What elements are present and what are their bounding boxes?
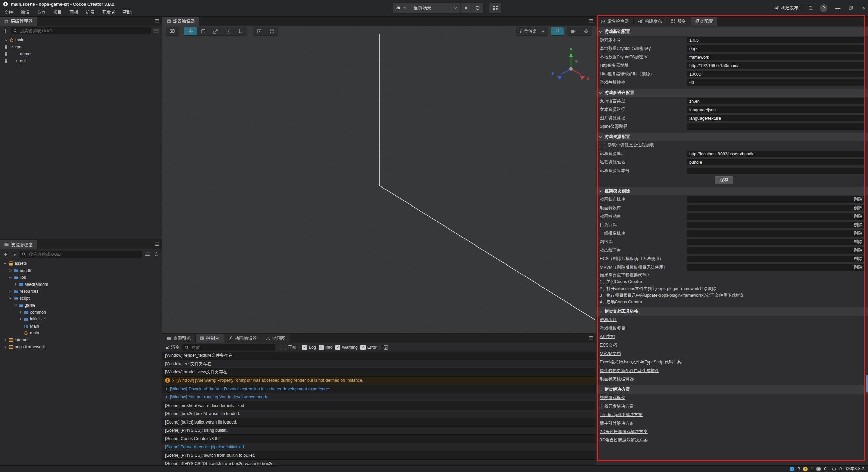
console-message-1[interactable]: [Window] ecs文件夹存在 [162, 360, 596, 369]
console-menu-icon[interactable] [589, 336, 593, 340]
chevron-right-icon[interactable] [9, 269, 12, 272]
section-header-5[interactable]: 框架解决方案 [596, 385, 868, 394]
asset-node-internal[interactable]: internal [0, 337, 162, 344]
warning-count-icon[interactable]: ! [803, 467, 808, 471]
chevron-down-icon[interactable] [9, 276, 12, 279]
doc-link-5-0[interactable]: 战棋游戏框架 [600, 395, 625, 401]
refresh-icon[interactable] [153, 251, 160, 258]
help-button[interactable]: ? [820, 4, 827, 12]
chevron-down-icon[interactable] [14, 304, 17, 307]
menu-5[interactable]: 扩展 [82, 9, 98, 15]
tab-console-动画图[interactable]: 动画图 [261, 334, 290, 343]
maximize-button[interactable] [849, 5, 853, 11]
scene-select-dropdown[interactable]: 当前场景 [410, 3, 461, 13]
asset-node-seedrandom[interactable]: seedrandom [0, 281, 162, 288]
chevron-right-icon[interactable] [15, 59, 18, 62]
scene-viewport[interactable]: Y X Z [162, 26, 596, 333]
info-count-icon[interactable]: i [790, 467, 794, 471]
tab-assets[interactable]: 资源管理器 [0, 240, 38, 249]
section-header-2[interactable]: 游戏资源配置 [596, 133, 868, 141]
chevron-right-icon[interactable] [4, 338, 7, 341]
doc-link-4-5[interactable]: Excel格式转Json文件与TypeScript代码工具 [600, 359, 682, 365]
menu-3[interactable]: 项目 [50, 9, 66, 15]
inspector-scrollbar-thumb[interactable] [866, 375, 868, 392]
remove-module-button-0[interactable]: 剔除 [854, 197, 862, 202]
assets-search-input[interactable] [28, 252, 140, 257]
inspector-tab-0[interactable]: 属性检查器 [596, 17, 634, 26]
hierarchy-node-main[interactable]: main [0, 37, 162, 44]
save-button[interactable]: 保存 [715, 176, 733, 184]
field-input-1-3[interactable] [687, 123, 865, 130]
field-input-0-1[interactable]: oops [687, 45, 865, 52]
section-header-3[interactable]: 框架模块剔除 [596, 187, 868, 195]
asset-node-libs[interactable]: libs [0, 274, 162, 281]
section-header-0[interactable]: 游戏基础配置 [596, 27, 868, 36]
remove-module-button-5[interactable]: 剔除 [854, 239, 862, 245]
console-message-3[interactable]: ![Window] [Vue warn]: Property "onInput"… [162, 377, 596, 385]
asset-node-script[interactable]: script [0, 295, 162, 302]
asset-node-assets[interactable]: assets [0, 260, 162, 267]
remove-module-button-7[interactable]: 剔除 [854, 256, 862, 262]
build-publish-button[interactable]: 构建发布 [771, 3, 802, 13]
expand-icon[interactable] [165, 396, 168, 399]
filter-log-checkbox[interactable]: ✓Log [302, 345, 316, 350]
hierarchy-filter-icon[interactable] [153, 27, 160, 34]
chevron-down-icon[interactable] [4, 262, 7, 265]
chevron-right-icon[interactable] [9, 290, 12, 293]
filter-warning-checkbox[interactable]: ✓Warning [335, 345, 358, 350]
console-message-13[interactable]: [Scene] [PHYSICS2D]: switch from box2d-w… [162, 460, 596, 465]
doc-link-5-5[interactable]: 3D角色扮演游戏解决方案 [600, 437, 648, 443]
filter-error-checkbox[interactable]: ✓Error [360, 345, 377, 350]
chevron-down-icon[interactable] [9, 297, 12, 300]
dimension-toggle-button[interactable]: 3D [166, 27, 179, 36]
console-message-5[interactable]: [Window] You are running Vue in developm… [162, 393, 596, 402]
inspector-tab-3[interactable]: 框架配置 [691, 17, 718, 26]
expand-icon[interactable] [165, 387, 168, 390]
console-search-input[interactable] [191, 345, 273, 350]
field-input-1-2[interactable]: language/texture [687, 115, 865, 121]
doc-link-5-4[interactable]: 2D角色扮演游戏解决方案 [600, 429, 648, 435]
console-message-2[interactable]: [Window] model_view文件夹存在 [162, 368, 596, 377]
minimize-button[interactable]: — [835, 5, 840, 11]
chevron-right-icon[interactable] [19, 318, 22, 321]
scene-menu-icon[interactable] [589, 19, 593, 23]
section-header-4[interactable]: 框架文档工具链接 [596, 307, 868, 316]
hierarchy-search-input[interactable] [19, 28, 149, 34]
pivot-button[interactable] [253, 27, 265, 35]
preview-qr-button[interactable] [489, 2, 502, 14]
transform-tool-button[interactable] [234, 27, 247, 35]
chevron-right-icon[interactable] [19, 311, 22, 314]
field-input-2-0[interactable]: http://localhost:8083/assets/bundle [687, 151, 865, 157]
console-clear-button[interactable]: 清空 [165, 344, 180, 350]
field-input-2-2[interactable] [687, 168, 865, 174]
tab-hierarchy[interactable]: 层级管理器 [0, 17, 37, 26]
field-input-1-0[interactable]: zh,en [687, 98, 865, 104]
doc-link-5-1[interactable]: 全栈开发解决方案 [600, 404, 634, 409]
hierarchy-node-gui[interactable]: gui [0, 58, 162, 65]
menu-2[interactable]: 节点 [33, 9, 50, 15]
add-asset-button[interactable] [2, 251, 9, 258]
sort-icon[interactable] [11, 251, 18, 258]
console-message-7[interactable]: [Scene] [box2d]:box2d wasm lib loaded. [162, 410, 596, 418]
remove-module-button-8[interactable]: 剔除 [854, 264, 862, 270]
doc-link-5-2[interactable]: Tiledmap地图解决方案 [600, 412, 643, 418]
scale-tool-button[interactable] [209, 27, 222, 35]
preview-target-button[interactable] [393, 3, 410, 13]
console-message-10[interactable]: [Scene] Cocos Creator v3.8.2 [162, 435, 596, 443]
lighting-toggle-button[interactable] [551, 27, 564, 36]
console-message-0[interactable]: [Window] render_texture文件夹存在 [162, 352, 596, 360]
doc-link-4-6[interactable]: 原生包热更新配置自动生成插件 [600, 368, 659, 374]
rotate-tool-button[interactable] [197, 27, 209, 35]
asset-node-common[interactable]: common [0, 309, 162, 316]
tab-scene-editor[interactable]: 场景编辑器 [162, 17, 200, 26]
menu-1[interactable]: 编辑 [17, 9, 33, 15]
render-mode-dropdown[interactable]: 正常渲染 [516, 27, 548, 36]
doc-link-4-3[interactable]: ECS文档 [600, 342, 617, 348]
tab-console-控制台[interactable]: 控制台 [196, 334, 224, 343]
remove-module-button-4[interactable]: 剔除 [854, 231, 862, 236]
tab-console-资源预览[interactable]: 资源预览 [162, 334, 196, 343]
assets-menu-icon[interactable] [155, 242, 159, 246]
menu-0[interactable]: 文件 [1, 9, 17, 15]
doc-link-5-3[interactable]: 新手引导解决方案 [600, 420, 634, 426]
menu-7[interactable]: 帮助 [119, 9, 135, 15]
